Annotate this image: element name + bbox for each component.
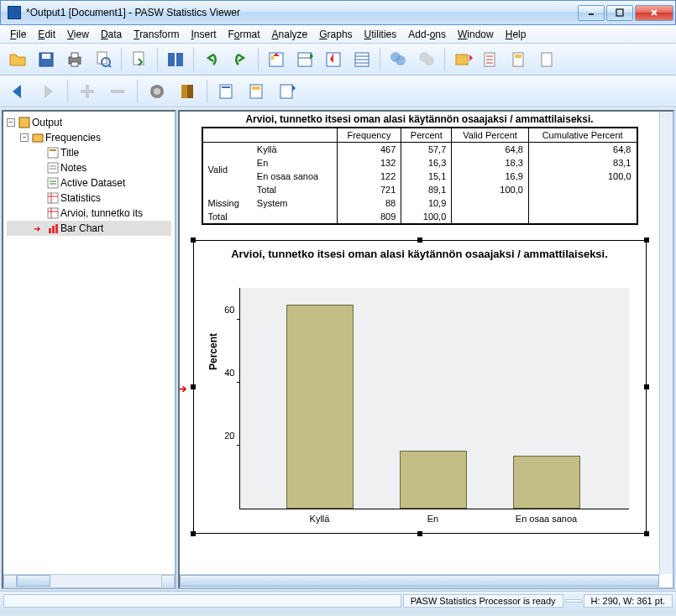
- script-button[interactable]: [536, 47, 561, 72]
- resize-handle[interactable]: [644, 531, 649, 536]
- menu-data[interactable]: Data: [96, 27, 127, 42]
- menu-view[interactable]: View: [62, 27, 94, 42]
- menu-transform[interactable]: Transform: [128, 27, 184, 42]
- tree-statistics[interactable]: Statistics: [7, 191, 171, 206]
- menu-edit[interactable]: Edit: [33, 27, 60, 42]
- svg-rect-70: [52, 226, 55, 233]
- promote-button[interactable]: [75, 79, 100, 104]
- menu-file[interactable]: Filedocument.currentScript.previousSibli…: [5, 27, 31, 42]
- weight-button[interactable]: [414, 47, 439, 72]
- tree-bar-chart[interactable]: ➔ Bar Chart: [7, 221, 171, 236]
- nav-horiz-scrollbar[interactable]: [3, 574, 175, 587]
- book-icon-button[interactable]: [175, 79, 200, 104]
- folder-icon: [32, 132, 44, 144]
- open-button[interactable]: [5, 47, 30, 72]
- scroll-thumb[interactable]: [17, 575, 50, 587]
- back-button[interactable]: [5, 79, 30, 104]
- resize-handle[interactable]: [644, 384, 649, 389]
- window-title: *Output1 [Document1] - PASW Statistics V…: [26, 7, 578, 18]
- chart-icon: [47, 222, 59, 234]
- svg-rect-51: [280, 85, 292, 98]
- dialog-recall-button[interactable]: [163, 47, 188, 72]
- bar-chart-object[interactable]: ➔ Arvioi, tunnetko itsesi oman alasi käy…: [193, 240, 647, 534]
- goto-var-button[interactable]: [292, 47, 317, 72]
- resize-handle[interactable]: [644, 238, 649, 243]
- menu-analyze[interactable]: Analyze: [267, 27, 313, 42]
- minimize-button[interactable]: [578, 5, 605, 21]
- status-dims: H: 290, W: 361 pt.: [584, 594, 673, 608]
- tree-frequencies[interactable]: − Frequencies: [7, 130, 171, 145]
- resize-handle[interactable]: [191, 238, 196, 243]
- collapse-icon[interactable]: −: [7, 118, 15, 127]
- svg-marker-32: [469, 55, 473, 61]
- svg-rect-7: [71, 53, 78, 58]
- svg-rect-71: [55, 224, 58, 233]
- svg-marker-52: [292, 85, 296, 91]
- output-vert-scrollbar[interactable]: [659, 112, 673, 574]
- bar: [400, 451, 467, 509]
- current-marker-icon: ➔: [34, 224, 40, 233]
- output-icon: [18, 117, 30, 128]
- app-icon: [8, 6, 21, 19]
- collapse-icon[interactable]: −: [20, 133, 29, 142]
- svg-rect-54: [33, 134, 43, 142]
- toolbar-main: [0, 44, 676, 76]
- notes-icon: [47, 162, 59, 174]
- menu-help[interactable]: Help: [500, 27, 532, 42]
- resize-handle[interactable]: [417, 531, 422, 536]
- export-button[interactable]: [127, 47, 152, 72]
- menu-insert[interactable]: Insert: [186, 27, 221, 42]
- resize-handle[interactable]: [191, 384, 196, 389]
- menu-window[interactable]: Window: [453, 27, 499, 42]
- designate-window-button[interactable]: [507, 47, 532, 72]
- output-horiz-scrollbar[interactable]: [180, 574, 659, 587]
- variables-button[interactable]: [450, 47, 475, 72]
- tree-notes[interactable]: Notes: [7, 160, 171, 175]
- tree-active-dataset[interactable]: Active Dataset: [7, 175, 171, 191]
- svg-rect-14: [176, 53, 183, 66]
- forward-button[interactable]: [35, 79, 60, 104]
- split-output-button[interactable]: [349, 47, 375, 72]
- menu-format[interactable]: Format: [223, 27, 265, 42]
- undo-button[interactable]: [199, 47, 224, 72]
- svg-rect-18: [298, 53, 312, 66]
- bar: [513, 456, 580, 509]
- workspace: − Output − Frequencies Title Notes Activ…: [0, 107, 676, 591]
- current-marker-icon: ➔: [180, 382, 187, 395]
- menu-graphs[interactable]: Graphs: [314, 27, 357, 42]
- new-heading-button[interactable]: [214, 79, 239, 104]
- resize-handle[interactable]: [191, 531, 196, 536]
- redo-button[interactable]: [228, 47, 253, 72]
- insert-cases-button[interactable]: [321, 47, 346, 72]
- outline-pane: − Output − Frequencies Title Notes Activ…: [2, 110, 176, 589]
- demote-button[interactable]: [105, 79, 130, 104]
- menu-utilities[interactable]: Utilities: [359, 27, 402, 42]
- frequency-table[interactable]: Frequency Percent Valid Percent Cumulati…: [202, 127, 638, 225]
- output-pane: Arvioi, tunnetko itsesi oman alasi käytä…: [178, 110, 674, 589]
- bar: [286, 305, 354, 509]
- preview-button[interactable]: [91, 47, 116, 72]
- tree-title[interactable]: Title: [7, 145, 171, 160]
- scroll-left-button[interactable]: [3, 575, 17, 588]
- resize-handle[interactable]: [417, 238, 422, 243]
- close-button[interactable]: [635, 5, 673, 21]
- new-title-button[interactable]: [244, 79, 270, 104]
- maximize-button[interactable]: [606, 5, 633, 21]
- scroll-right-button[interactable]: [161, 575, 175, 588]
- tree-root[interactable]: − Output: [7, 115, 171, 130]
- save-button[interactable]: [34, 47, 59, 72]
- scroll-thumb[interactable]: [180, 575, 659, 587]
- status-processor: PASW Statistics Processor is ready: [403, 594, 563, 608]
- use-sets-button[interactable]: [479, 47, 504, 72]
- svg-rect-50: [252, 86, 260, 90]
- goto-case-button[interactable]: [264, 47, 289, 72]
- new-text-button[interactable]: [275, 79, 300, 104]
- show-hide-button[interactable]: [144, 79, 170, 104]
- menu-addons[interactable]: Add-ons: [403, 27, 451, 42]
- print-button[interactable]: [62, 47, 87, 72]
- svg-marker-40: [13, 85, 21, 98]
- tree-label: Title: [60, 147, 79, 159]
- select-cases-button[interactable]: [385, 47, 411, 72]
- tree-arvioi[interactable]: Arvioi, tunnetko its: [7, 206, 171, 221]
- svg-line-11: [108, 65, 111, 67]
